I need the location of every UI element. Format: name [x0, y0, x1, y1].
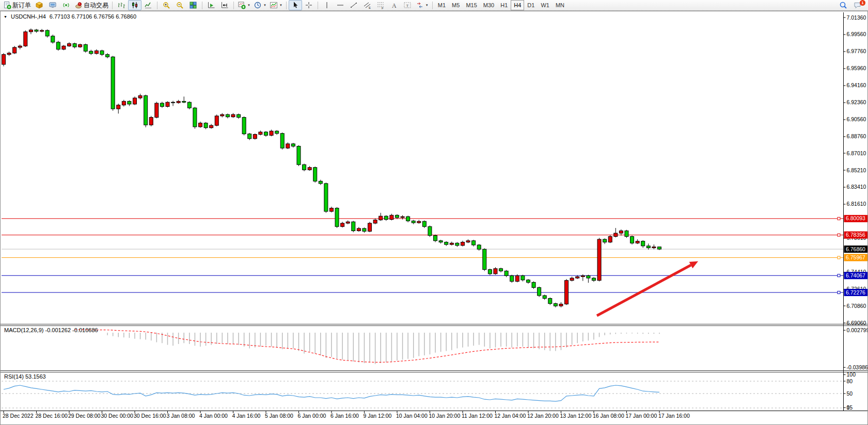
svg-text:3 Jan 08:00: 3 Jan 08:00 — [167, 413, 195, 419]
svg-text:6.76860: 6.76860 — [846, 246, 865, 252]
svg-text:6.94160: 6.94160 — [847, 82, 866, 88]
svg-text:17 Jan 00:00: 17 Jan 00:00 — [626, 413, 657, 419]
crosshair-button[interactable] — [302, 0, 315, 10]
chart-menu-icon[interactable]: ▼ — [4, 15, 7, 19]
new-chart-icon — [238, 1, 246, 9]
time-axis[interactable]: 28 Dec 202228 Dec 16:0029 Dec 08:0030 De… — [3, 411, 690, 419]
toolbar-separator — [286, 2, 287, 9]
horizontal-line-button[interactable] — [334, 0, 347, 10]
svg-text:10 Jan 04:00: 10 Jan 04:00 — [396, 413, 428, 419]
svg-text:6.85210: 6.85210 — [847, 167, 866, 173]
timeframe-h1[interactable]: H1 — [497, 0, 511, 10]
auto-scroll-button[interactable] — [204, 0, 218, 10]
timeframe-h4[interactable]: H4 — [511, 0, 524, 10]
svg-text:6.92360: 6.92360 — [847, 99, 866, 105]
svg-text:6.78356: 6.78356 — [846, 232, 865, 238]
indicators-button[interactable]: ▼ — [268, 0, 284, 10]
fibonacci-button[interactable]: F — [374, 0, 387, 10]
text-icon: A — [390, 1, 398, 9]
arrows-button[interactable]: ▼ — [414, 0, 430, 10]
zoom-out-icon — [176, 1, 184, 9]
svg-text:F: F — [382, 7, 384, 10]
indicators-icon — [270, 1, 278, 9]
svg-text:10 Jan 20:00: 10 Jan 20:00 — [429, 413, 461, 419]
vline-icon — [323, 1, 331, 9]
toolbar-separator — [112, 2, 113, 9]
signals-button[interactable] — [59, 0, 73, 10]
signal-icon — [62, 1, 70, 9]
svg-text:28 Dec 16:00: 28 Dec 16:00 — [36, 413, 68, 419]
line-chart-button[interactable] — [141, 0, 155, 10]
level-price-tag: 6.80093 — [844, 215, 868, 222]
search-button[interactable] — [837, 0, 850, 10]
zoom-out-button[interactable] — [173, 0, 186, 10]
level-line-6.78356[interactable] — [2, 234, 844, 236]
text-button[interactable]: A — [387, 0, 401, 10]
cursor-button[interactable] — [289, 0, 302, 10]
new-order-button[interactable]: 新订单 — [2, 0, 33, 10]
toolbar-separator — [318, 2, 318, 9]
svg-text:6.90560: 6.90560 — [847, 116, 866, 122]
svg-text:9 Jan 12:00: 9 Jan 12:00 — [364, 413, 392, 419]
bar-chart-button[interactable] — [115, 0, 128, 10]
svg-text:6 Jan 00:00: 6 Jan 00:00 — [298, 413, 326, 419]
tile-windows-button[interactable] — [186, 0, 200, 10]
level-line-6.80093[interactable] — [2, 217, 844, 220]
new-chart-button[interactable]: ▼ — [236, 0, 252, 10]
svg-text:4 Jan 00:00: 4 Jan 00:00 — [199, 413, 228, 419]
svg-text:30 Dec 00:00: 30 Dec 00:00 — [101, 413, 134, 419]
svg-text:0.002799: 0.002799 — [847, 327, 868, 333]
svg-text:6.69060: 6.69060 — [847, 320, 866, 326]
line-chart-icon — [144, 1, 152, 9]
level-line-6.72276[interactable] — [2, 291, 844, 294]
svg-text:6.75967: 6.75967 — [846, 254, 865, 260]
notifications-button[interactable]: 1 — [851, 0, 864, 10]
panel-separators[interactable] — [1, 324, 867, 411]
fibonacci-icon: F — [376, 1, 385, 9]
level-line-6.75967[interactable] — [2, 256, 844, 259]
text-label-button[interactable]: T — [401, 0, 414, 10]
timeframe-d1[interactable]: D1 — [524, 0, 538, 10]
current-price-tag: 6.76860 — [844, 246, 868, 253]
svg-text:6 Jan 16:00: 6 Jan 16:00 — [330, 413, 359, 419]
timeframe-m30[interactable]: M30 — [480, 0, 497, 10]
chart-canvas[interactable]: 7.013606.995606.977606.959606.941606.923… — [1, 11, 867, 424]
textlabel-icon: T — [403, 1, 412, 9]
tile-windows-icon — [189, 1, 197, 9]
svg-text:12 Jan 20:00: 12 Jan 20:00 — [527, 413, 559, 419]
svg-text:17 Jan 16:00: 17 Jan 16:00 — [658, 413, 690, 419]
timeframe-m1[interactable]: M1 — [435, 0, 449, 10]
zoom-in-button[interactable] — [160, 0, 173, 10]
trendline-button[interactable] — [347, 0, 360, 10]
level-line-6.74067[interactable] — [2, 274, 844, 277]
price-axis: 7.013606.995606.977606.959606.941606.923… — [844, 12, 866, 411]
terminal-button[interactable] — [46, 0, 59, 10]
timeframe-mn[interactable]: MN — [553, 0, 567, 10]
svg-text:6.80093: 6.80093 — [846, 215, 865, 221]
crosshair-icon — [305, 1, 313, 9]
candlestick-button[interactable] — [128, 0, 141, 10]
terminal-icon — [49, 1, 57, 9]
rsi-axis: 1008050150 — [844, 371, 856, 411]
periods-button[interactable]: ▼ — [252, 0, 268, 10]
chart-shift-button[interactable] — [218, 0, 231, 10]
svg-text:30 Dec 16:00: 30 Dec 16:00 — [134, 413, 166, 419]
vertical-line-button[interactable] — [320, 0, 334, 10]
auto-trading-button[interactable]: 自动交易 — [73, 0, 110, 10]
svg-text:7.01360: 7.01360 — [847, 14, 866, 21]
market-depth-button[interactable] — [33, 0, 46, 10]
svg-text:12 Jan 04:00: 12 Jan 04:00 — [495, 413, 526, 419]
timeframe-m15[interactable]: M15 — [463, 0, 480, 10]
timeframe-w1[interactable]: W1 — [538, 0, 553, 10]
svg-text:6.88760: 6.88760 — [847, 133, 866, 139]
svg-text:50: 50 — [847, 390, 853, 397]
equidistant-channel-button[interactable]: E — [360, 0, 374, 10]
trend-arrow-annotation[interactable] — [597, 261, 698, 316]
svg-text:28 Dec 2022: 28 Dec 2022 — [3, 413, 34, 419]
chart-window: 7.013606.995606.977606.959606.941606.923… — [0, 11, 868, 425]
svg-text:100: 100 — [847, 371, 856, 378]
chart-ohlc: 6.77103 6.77106 6.76756 6.76860 — [50, 13, 136, 20]
svg-text:A: A — [392, 2, 397, 9]
search-icon — [839, 1, 847, 9]
timeframe-m5[interactable]: M5 — [449, 0, 463, 10]
